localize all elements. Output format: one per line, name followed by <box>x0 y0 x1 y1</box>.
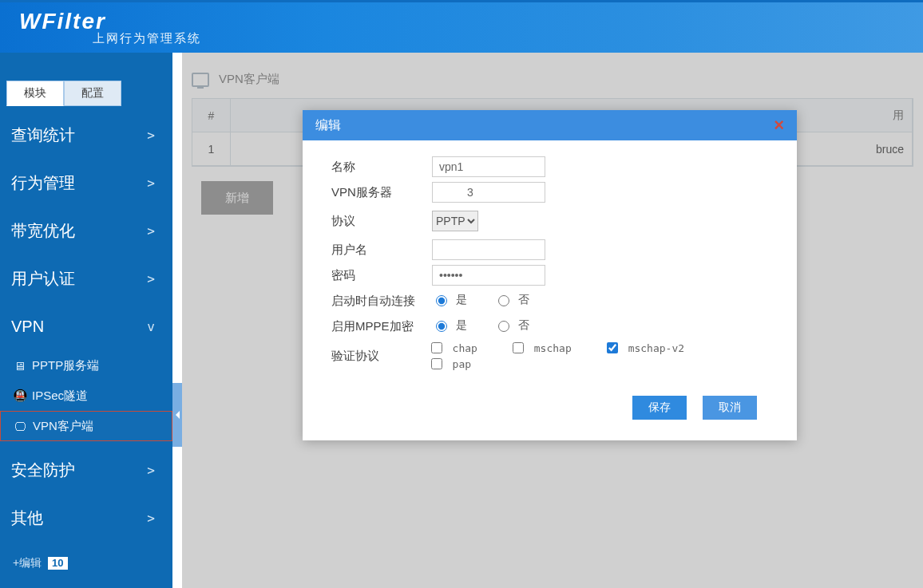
label-username: 用户名 <box>331 243 432 258</box>
mppe-yes-radio[interactable] <box>436 321 447 332</box>
nav-group-label: 行为管理 <box>11 172 75 194</box>
chevron-right-icon: > <box>147 176 155 191</box>
nav-group-querystats[interactable]: 查询统计 > <box>0 111 172 159</box>
nav-group-label: 其他 <box>11 507 43 529</box>
top-banner: WFilter 上网行为管理系统 <box>0 0 923 53</box>
label-server: VPN服务器 <box>331 185 432 200</box>
mppe-yes[interactable]: 是 <box>432 318 467 333</box>
nav-group-userauth[interactable]: 用户认证 > <box>0 255 172 302</box>
cancel-button[interactable]: 取消 <box>703 396 757 420</box>
auth-chap-checkbox[interactable] <box>431 342 442 353</box>
nav-group-other[interactable]: 其他 > <box>0 494 172 542</box>
monitor-icon: 🖵 <box>14 420 26 433</box>
auth-mschap-checkbox[interactable] <box>513 342 524 353</box>
chevron-right-icon: > <box>147 463 155 478</box>
nav-item-vpn-client[interactable]: 🖵 VPN客户端 <box>0 411 172 441</box>
chevron-right-icon: > <box>147 271 155 286</box>
sidebar-nav: 查询统计 > 行为管理 > 带宽优化 > 用户认证 > VPN v 🖥 <box>0 111 172 570</box>
modal-footer: 保存 取消 <box>303 380 797 440</box>
auth-mschapv2-checkbox[interactable] <box>607 342 618 353</box>
autoconnect-yes-radio[interactable] <box>436 295 447 306</box>
sidebar: 模块 配置 查询统计 > 行为管理 > 带宽优化 > 用户认证 > VPN v <box>0 53 172 588</box>
server-input[interactable] <box>432 182 545 203</box>
nav-group-vpn[interactable]: VPN v <box>0 302 172 350</box>
nav-vpn-sublist: 🖥 PPTP服务端 🚇 IPSec隧道 🖵 VPN客户端 <box>0 350 172 446</box>
auth-mschap[interactable]: mschap <box>509 340 572 356</box>
label-name: 名称 <box>331 160 432 175</box>
save-button[interactable]: 保存 <box>632 396 687 420</box>
modal-header: 编辑 × <box>303 110 797 140</box>
brand-subtitle: 上网行为管理系统 <box>93 31 201 46</box>
name-input[interactable] <box>432 156 545 177</box>
nav-group-label: 查询统计 <box>11 124 75 146</box>
auth-chap[interactable]: chap <box>428 340 477 356</box>
nav-item-label: IPSec隧道 <box>32 389 88 404</box>
nav-group-label: 带宽优化 <box>11 220 75 242</box>
sidebar-collapse-handle[interactable] <box>172 383 182 447</box>
sidebar-handle-track <box>172 53 182 588</box>
auth-mschapv2[interactable]: mschap-v2 <box>604 340 684 356</box>
chevron-right-icon: > <box>147 128 155 143</box>
nav-item-label: PPTP服务端 <box>32 358 99 373</box>
label-autoconnect: 启动时自动连接 <box>331 294 432 309</box>
label-protocol: 协议 <box>331 214 432 229</box>
nav-item-pptp-server[interactable]: 🖥 PPTP服务端 <box>0 350 172 381</box>
tunnel-icon: 🚇 <box>13 389 26 403</box>
nav-group-bandwidth[interactable]: 带宽优化 > <box>0 207 172 255</box>
modal-title: 编辑 <box>315 117 341 134</box>
mppe-no-radio[interactable] <box>498 321 509 332</box>
label-auth: 验证协议 <box>331 349 428 364</box>
chevron-down-icon: v <box>147 319 155 334</box>
mppe-no[interactable]: 否 <box>494 318 529 333</box>
nav-group-security[interactable]: 安全防护 > <box>0 446 172 494</box>
auth-pap[interactable]: pap <box>428 356 471 372</box>
nav-group-label: 用户认证 <box>11 268 75 290</box>
sidebar-tab-config[interactable]: 配置 <box>64 81 121 106</box>
password-input[interactable] <box>432 265 545 286</box>
autoconnect-yes[interactable]: 是 <box>432 293 467 307</box>
autoconnect-no-radio[interactable] <box>498 295 509 306</box>
label-password: 密码 <box>331 268 432 283</box>
nav-edit-count: 10 <box>48 557 67 570</box>
sidebar-tabs: 模块 配置 <box>0 53 172 106</box>
nav-item-ipsec-tunnel[interactable]: 🚇 IPSec隧道 <box>0 381 172 411</box>
nav-edit[interactable]: +编辑 10 <box>0 542 172 570</box>
modal-body: 名称 VPN服务器 协议 PPTP 用户名 密码 启 <box>303 140 797 380</box>
nav-edit-label: +编辑 <box>13 556 42 569</box>
autoconnect-no[interactable]: 否 <box>494 293 529 307</box>
protocol-select[interactable]: PPTP <box>432 211 478 231</box>
nav-group-label: 安全防护 <box>11 460 75 481</box>
chevron-right-icon: > <box>147 223 155 239</box>
edit-modal: 编辑 × 名称 VPN服务器 协议 PPTP 用户名 <box>303 110 797 440</box>
chevron-right-icon: > <box>147 511 155 526</box>
auth-pap-checkbox[interactable] <box>431 358 442 369</box>
nav-item-label: VPN客户端 <box>33 419 93 434</box>
nav-group-behavior[interactable]: 行为管理 > <box>0 159 172 207</box>
sidebar-tab-module[interactable]: 模块 <box>6 81 64 106</box>
close-icon[interactable]: × <box>774 115 784 136</box>
nav-group-label: VPN <box>11 318 44 336</box>
username-input[interactable] <box>432 239 545 260</box>
label-mppe: 启用MPPE加密 <box>331 319 432 334</box>
server-icon: 🖥 <box>13 359 26 373</box>
